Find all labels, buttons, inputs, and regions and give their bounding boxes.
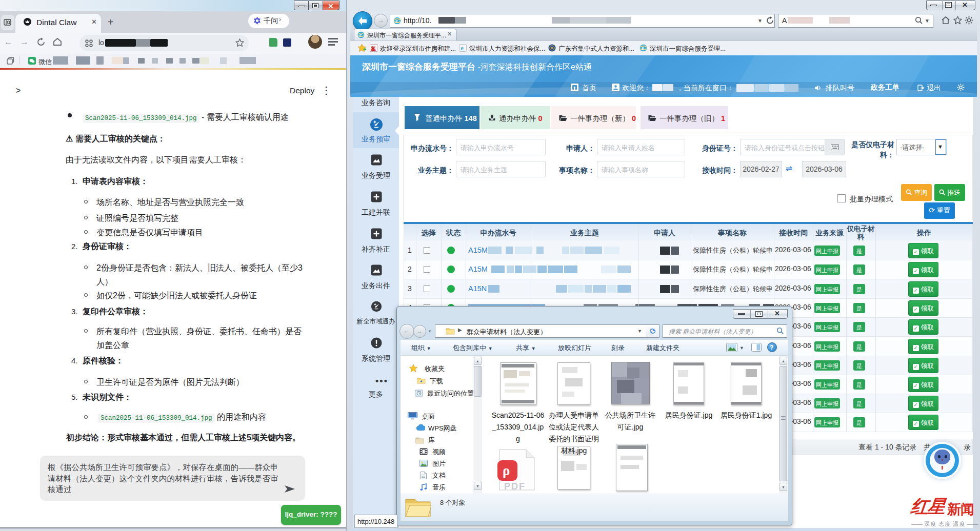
- svg-text:e: e: [461, 45, 464, 52]
- svg-text:e: e: [642, 45, 644, 51]
- svg-text:e: e: [395, 18, 398, 24]
- svg-text:e: e: [359, 32, 362, 37]
